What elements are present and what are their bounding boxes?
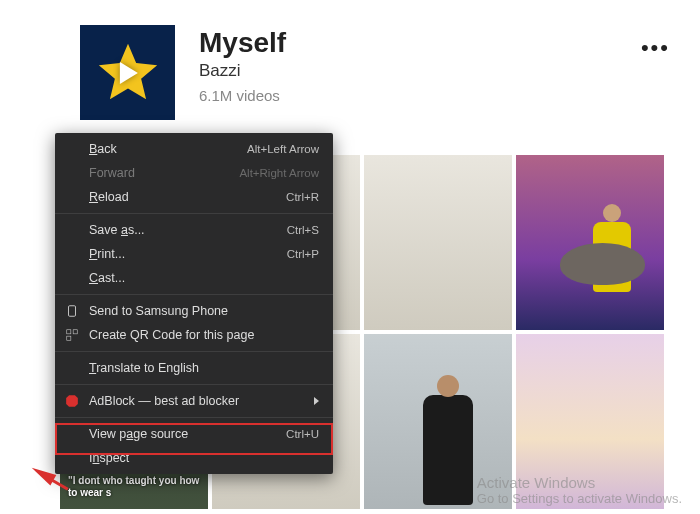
adblock-icon — [65, 394, 79, 408]
page-header: Myself Bazzi 6.1M videos — [80, 25, 286, 120]
menu-separator — [55, 417, 333, 418]
sound-cover[interactable] — [80, 25, 175, 120]
menu-print[interactable]: Print...Ctrl+P — [55, 242, 333, 266]
context-menu: BackAlt+Left Arrow ForwardAlt+Right Arro… — [55, 133, 333, 474]
video-count: 6.1M videos — [199, 87, 286, 104]
play-icon — [119, 62, 137, 84]
menu-separator — [55, 384, 333, 385]
menu-view-source[interactable]: View page sourceCtrl+U — [55, 422, 333, 446]
windows-activation-watermark: Activate Windows Go to Settings to activ… — [477, 474, 682, 506]
video-caption: "I dont who taught you how to wear s — [68, 475, 201, 499]
menu-reload[interactable]: ReloadCtrl+R — [55, 185, 333, 209]
menu-adblock[interactable]: AdBlock — best ad blocker — [55, 389, 333, 413]
menu-send-samsung[interactable]: Send to Samsung Phone — [55, 299, 333, 323]
sound-title: Myself — [199, 27, 286, 59]
menu-create-qr[interactable]: Create QR Code for this page — [55, 323, 333, 347]
svg-rect-1 — [69, 306, 76, 317]
menu-separator — [55, 294, 333, 295]
svg-rect-2 — [67, 330, 71, 334]
svg-rect-4 — [67, 336, 71, 340]
sound-artist[interactable]: Bazzi — [199, 61, 286, 81]
video-thumbnail[interactable] — [516, 155, 664, 330]
menu-cast[interactable]: Cast... — [55, 266, 333, 290]
sound-info: Myself Bazzi 6.1M videos — [199, 25, 286, 104]
menu-forward: ForwardAlt+Right Arrow — [55, 161, 333, 185]
menu-separator — [55, 351, 333, 352]
more-options-button[interactable]: ••• — [641, 35, 670, 61]
menu-back[interactable]: BackAlt+Left Arrow — [55, 137, 333, 161]
cat-figure — [560, 243, 645, 285]
video-thumbnail[interactable] — [364, 155, 512, 330]
menu-separator — [55, 213, 333, 214]
menu-inspect[interactable]: Inspect — [55, 446, 333, 470]
person-figure — [423, 395, 473, 505]
svg-rect-3 — [73, 330, 77, 334]
annotation-arrow — [29, 463, 57, 486]
qr-icon — [65, 328, 79, 342]
menu-translate[interactable]: Translate to English — [55, 356, 333, 380]
phone-icon — [65, 304, 79, 318]
menu-save-as[interactable]: Save as...Ctrl+S — [55, 218, 333, 242]
svg-marker-5 — [66, 395, 78, 407]
